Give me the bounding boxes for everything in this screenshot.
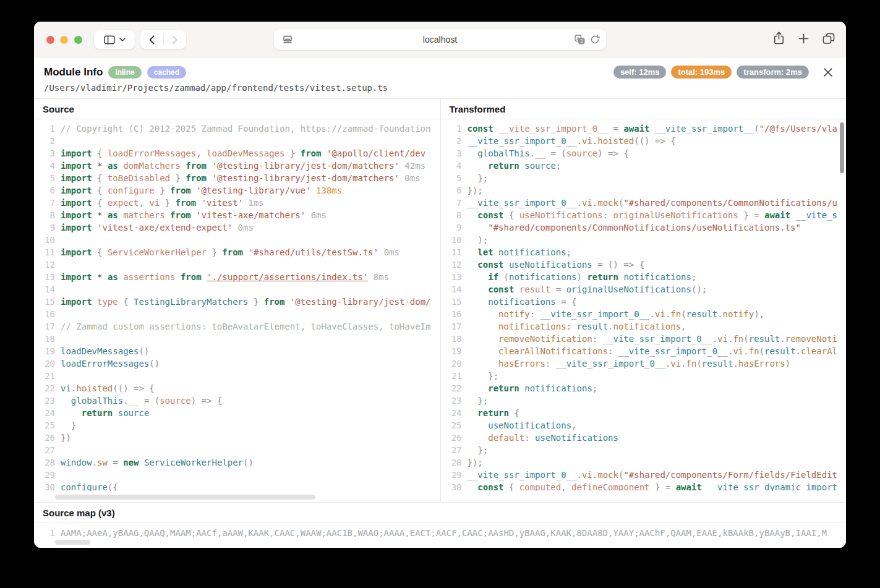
reader-icon[interactable] [283, 35, 293, 45]
code-token: { [97, 185, 108, 195]
code-token: . [717, 309, 722, 319]
code-token: }); [468, 185, 483, 195]
line-number: 21 [39, 370, 55, 382]
line-number: 14 [446, 283, 462, 296]
code-token: return [488, 161, 524, 171]
code-token: { [97, 247, 108, 257]
code-token: 6ms [305, 210, 327, 220]
code-token [468, 272, 489, 282]
code-token: notifications [488, 297, 556, 307]
timing-badge: total: 193ms [671, 66, 732, 79]
timing-badges: self: 12mstotal: 193mstransform: 2ms [613, 66, 809, 79]
code-token: const [477, 260, 509, 270]
code-token [468, 297, 489, 307]
code-line: 19loadDevMessages() [39, 345, 440, 357]
sourcemap-content[interactable]: 1AAMA;AAeA,yBAAG,QAAQ,MAAM;AACf,aAAW,KAA… [34, 523, 846, 539]
new-tab-icon[interactable] [798, 33, 809, 44]
code-token [468, 482, 478, 491]
code-token: } [155, 185, 170, 195]
line-number: 23 [39, 394, 55, 407]
code-token: } [284, 148, 300, 158]
line-number: 15 [39, 296, 55, 308]
code-token: __ [129, 396, 139, 406]
code-token: return [82, 408, 118, 418]
line-number: 7 [446, 197, 462, 209]
line-number: 30 [446, 481, 462, 491]
code-line: 20 hasErrors: __vite_ssr_import_0__.vi.f… [446, 357, 847, 370]
code-token: result [577, 322, 609, 331]
code-token: __vite_ssr_import_0__ [468, 198, 577, 208]
code-line: 10 [39, 234, 440, 246]
code-line: 12 [39, 258, 440, 271]
code-line: 27 [39, 444, 440, 456]
code-token: matchers [123, 210, 164, 220]
code-token: ) [785, 359, 790, 369]
code-token: await [676, 482, 707, 491]
code-token: . [592, 198, 597, 208]
code-line: 15 notifications = { [446, 296, 847, 308]
code-token: "/@fs/Users/vla [759, 124, 837, 134]
code-token: result [686, 309, 718, 319]
traffic-light-minimize[interactable] [60, 36, 68, 44]
forward-button[interactable] [164, 30, 187, 49]
code-token: '@testing-library/jest-dom/matchers' [211, 173, 399, 183]
code-token: vi [61, 383, 71, 393]
code-token: result [519, 284, 551, 294]
code-token: 0ms [399, 173, 421, 183]
code-token: () [139, 346, 149, 356]
traffic-light-zoom[interactable] [74, 36, 82, 44]
address-bar[interactable]: localhost A 文 [274, 29, 606, 50]
code-token: 8ms [368, 272, 389, 282]
code-token: ), [754, 309, 764, 319]
reload-icon[interactable] [590, 35, 600, 45]
code-token: return [477, 408, 514, 418]
code-token: let [477, 247, 498, 257]
tab-overview-icon[interactable] [822, 33, 835, 45]
code-token: : [530, 309, 540, 319]
code-token: from [181, 272, 207, 282]
code-line: 7import { expect, vi } from 'vitest' 1ms [39, 197, 440, 209]
browser-toolbar: localhost A 文 [34, 22, 846, 58]
code-token: "#shared/components/CommonNotifications/… [488, 223, 801, 232]
line-number: 28 [39, 456, 55, 469]
source-code-view[interactable]: 1// Copyright (C) 2012-2025 Zammad Found… [34, 119, 440, 491]
sidebar-icon [104, 35, 115, 45]
url-text: localhost [274, 35, 606, 45]
back-button[interactable] [140, 30, 163, 49]
code-line: 2 [39, 135, 440, 147]
code-line: 28}); [446, 456, 847, 469]
code-token: . [733, 359, 738, 369]
module-link[interactable]: './support/assertions/index.ts' [207, 272, 368, 282]
transformed-code-view[interactable]: 1const __vite_ssr_import_0__ = await __v… [441, 119, 847, 491]
sidebar-toggle-button[interactable] [94, 30, 135, 49]
code-token: source [524, 161, 556, 171]
close-icon[interactable] [821, 66, 835, 79]
transformed-vertical-scrollbar[interactable] [840, 122, 844, 173]
code-line: 1const __vite_ssr_import_0__ = await __v… [446, 122, 847, 135]
line-number: 8 [39, 209, 55, 221]
line-number: 22 [446, 382, 462, 394]
code-token: } = [738, 210, 764, 220]
code-token: import [61, 210, 97, 220]
translate-icon[interactable]: A 文 [575, 35, 585, 45]
code-token: as [108, 161, 123, 171]
code-token: } [160, 198, 175, 208]
source-horizontal-scrollbar[interactable] [55, 495, 315, 500]
code-token: useNotifications [509, 260, 592, 270]
line-number: 6 [446, 184, 462, 197]
code-token: new [123, 458, 144, 467]
code-token: () [149, 359, 160, 369]
code-token: = { [556, 297, 577, 307]
code-token: import [61, 198, 97, 208]
code-token: ; [566, 247, 571, 257]
code-line: 14 [39, 283, 440, 296]
code-token: vi [670, 359, 681, 369]
share-icon[interactable] [773, 32, 785, 45]
traffic-light-close[interactable] [46, 36, 54, 44]
code-token: mock [597, 470, 618, 480]
code-token: = ( [139, 396, 160, 406]
sourcemap-horizontal-scrollbar[interactable] [55, 540, 90, 545]
line-number: 27 [446, 444, 462, 456]
code-token [468, 260, 478, 270]
code-token: . [650, 309, 655, 319]
